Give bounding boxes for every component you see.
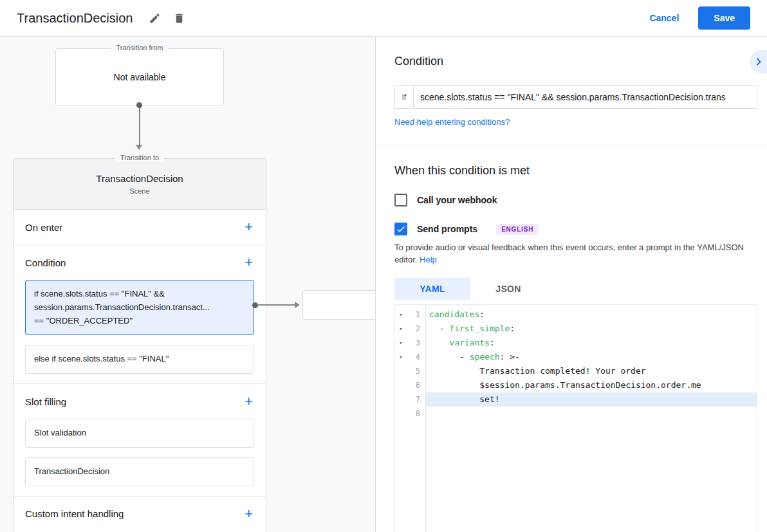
- fold-spacer: [395, 364, 407, 378]
- pencil-icon: [149, 12, 161, 24]
- line-number: 5: [407, 364, 426, 378]
- slot-card-text: TransactionDecision: [34, 465, 245, 479]
- editor-tabs: YAML JSON: [394, 278, 757, 300]
- line-number: 8: [407, 407, 426, 421]
- arrow-down-icon: [136, 145, 142, 150]
- code-line: [426, 407, 757, 421]
- code-line: Transaction completed! Your order: [426, 364, 757, 378]
- webhook-label: Call your webhook: [417, 195, 497, 205]
- panel-title: Condition: [394, 55, 757, 68]
- code-line: variants:: [426, 336, 757, 350]
- editor-line[interactable]: 6 $session.params.TransactionDecision.or…: [395, 378, 757, 392]
- editor-line[interactable]: 7 set!: [395, 392, 757, 407]
- code-token-key: speech: [470, 352, 500, 362]
- condition-help-link[interactable]: Need help entering conditions?: [394, 117, 510, 127]
- fold-spacer: [395, 378, 407, 392]
- code-line: - speech: >-: [426, 350, 757, 364]
- scene-name: TransactionDecision: [96, 173, 183, 184]
- add-custom-intent-button[interactable]: +: [243, 507, 254, 521]
- slot-filling-label: Slot filling: [25, 396, 66, 407]
- chevron-right-icon: [751, 54, 766, 69]
- fold-spacer: [395, 392, 407, 407]
- editor-line[interactable]: ▾3 variants:: [395, 336, 757, 350]
- edit-title-button[interactable]: [145, 9, 163, 27]
- code-token-plain: $session.params.TransactionDecision.orde…: [429, 380, 701, 390]
- fold-arrow-icon[interactable]: ▾: [395, 322, 407, 336]
- condition-card-selected[interactable]: if scene.slots.status == "FINAL" && sess…: [25, 280, 254, 335]
- transition-to-label: Transition to: [115, 154, 164, 161]
- add-condition-button[interactable]: +: [243, 255, 254, 270]
- code-token-plain: set!: [429, 394, 500, 404]
- send-prompts-label: Send prompts: [417, 224, 477, 234]
- code-token-key: first_simple: [449, 324, 510, 333]
- webhook-checkbox-row[interactable]: Call your webhook: [394, 194, 497, 206]
- section-slot-filling: Slot filling + Slot validation Transacti…: [14, 383, 266, 486]
- condition-card-else[interactable]: else if scene.slots.status == "FINAL": [25, 345, 254, 374]
- transition-from-label: Transition from: [111, 44, 169, 51]
- editor-line[interactable]: 8: [395, 407, 757, 421]
- slot-card-transaction-decision[interactable]: TransactionDecision: [25, 457, 254, 486]
- transition-from-node: Transition from Not available: [55, 48, 224, 106]
- checkbox-checked-icon[interactable]: [394, 223, 407, 235]
- scene-type: Scene: [129, 187, 149, 195]
- slot-card-validation[interactable]: Slot validation: [25, 419, 254, 448]
- fold-arrow-icon[interactable]: ▾: [395, 350, 407, 364]
- fold-spacer: [395, 407, 407, 421]
- editor-line[interactable]: 5 Transaction completed! Your order: [395, 364, 757, 378]
- editor-line[interactable]: ▾4 - speech: >-: [395, 350, 757, 364]
- tab-yaml[interactable]: YAML: [394, 278, 470, 300]
- cancel-button[interactable]: Cancel: [649, 13, 679, 23]
- on-enter-label: On enter: [25, 222, 62, 233]
- code-line: $session.params.TransactionDecision.orde…: [426, 378, 757, 392]
- scene-header: TransactionDecision Scene: [14, 159, 266, 210]
- prompt-help-body: To provide audio or visual feedback when…: [394, 243, 744, 264]
- prompt-help-text: To provide audio or visual feedback when…: [394, 242, 753, 266]
- trash-icon: [173, 12, 185, 24]
- code-line: candidates:: [426, 307, 757, 322]
- code-token-plain: : >-: [500, 352, 520, 362]
- add-slot-button[interactable]: +: [243, 394, 254, 408]
- add-on-enter-button[interactable]: +: [243, 220, 254, 234]
- panel-divider: [376, 145, 767, 145]
- fold-arrow-icon[interactable]: ▾: [395, 336, 407, 350]
- editor-line[interactable]: ▾2 - first_simple:: [395, 322, 757, 336]
- section-condition: Condition + if scene.slots.status == "FI…: [14, 244, 266, 374]
- code-token-plain: :: [479, 309, 485, 319]
- if-prefix-label: if: [394, 85, 414, 109]
- checkbox-unchecked-icon[interactable]: [394, 194, 407, 206]
- line-number: 2: [407, 322, 426, 336]
- tab-json[interactable]: JSON: [470, 278, 546, 300]
- code-token-plain: -: [429, 352, 470, 362]
- condition-text-line: == "ORDER_ACCEPTED": [34, 315, 245, 328]
- code-token-plain: :: [510, 324, 515, 333]
- send-prompts-checkbox-row[interactable]: Send prompts ENGLISH: [394, 223, 539, 235]
- line-number: 6: [407, 378, 426, 392]
- transition-to-scene-card[interactable]: Transition to TransactionDecision Scene …: [13, 158, 266, 532]
- code-token-plain: Transaction completed! Your order: [429, 366, 646, 376]
- condition-text-line: else if scene.slots.status == "FINAL": [34, 353, 245, 366]
- line-number: 4: [407, 350, 426, 364]
- code-token-plain: [429, 338, 449, 347]
- line-number: 1: [407, 307, 426, 322]
- condition-detail-panel: Condition if Need help entering conditio…: [376, 37, 767, 532]
- fold-arrow-icon[interactable]: ▾: [395, 307, 407, 322]
- help-link[interactable]: Help: [420, 255, 437, 264]
- condition-expression-input[interactable]: [413, 85, 757, 109]
- page-title: TransactionDecision: [17, 11, 133, 26]
- top-bar: TransactionDecision Cancel Save: [0, 0, 767, 37]
- language-badge: ENGLISH: [496, 224, 539, 235]
- arrow-right-icon: [295, 302, 300, 308]
- code-token-key: candidates: [429, 309, 479, 319]
- delete-scene-button[interactable]: [170, 9, 188, 27]
- editor-line[interactable]: ▾1candidates:: [395, 307, 757, 322]
- section-on-enter: On enter +: [14, 210, 266, 244]
- save-button[interactable]: Save: [698, 6, 750, 30]
- code-token-plain: :: [490, 338, 495, 347]
- slot-card-text: Slot validation: [34, 427, 245, 440]
- condition-target-node[interactable]: [302, 290, 376, 320]
- connector-line-vertical: [139, 108, 140, 145]
- code-token-key: variants: [449, 338, 490, 347]
- section-custom-intent: Custom intent handling +: [14, 496, 266, 531]
- code-line: set!: [426, 392, 757, 407]
- yaml-code-editor[interactable]: ▾1candidates:▾2 - first_simple:▾3 varian…: [394, 304, 757, 532]
